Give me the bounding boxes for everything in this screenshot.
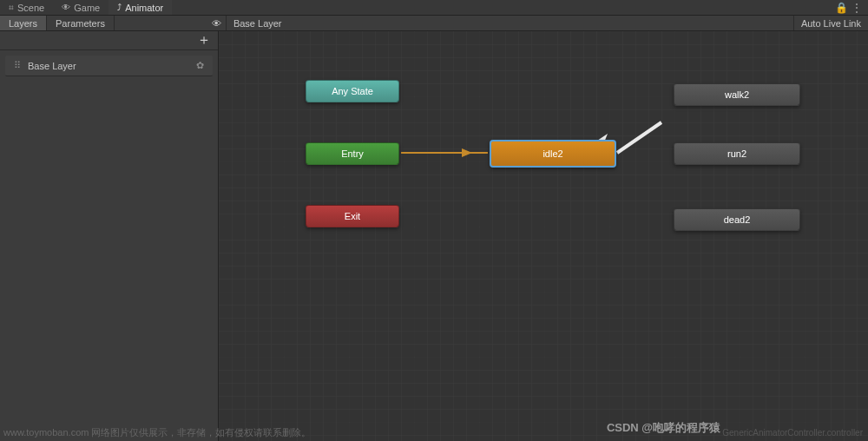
node-entry[interactable]: Entry [306,142,399,165]
parameters-tab[interactable]: Parameters [47,16,115,30]
node-walk2[interactable]: walk2 [674,83,800,106]
toolbar: Layers Parameters 👁 Base Layer Auto Live… [0,16,868,31]
svg-marker-1 [462,148,472,157]
animator-canvas[interactable]: Any State Entry Exit idle2 walk2 run2 de… [219,31,868,441]
node-idle2[interactable]: idle2 [490,140,616,168]
layer-row[interactable]: ⠿ Base Layer ✿ [5,56,213,76]
tab-label: Animator [125,3,163,13]
game-icon: 👁 [62,3,70,12]
sidebar: ＋ ⠿ Base Layer ✿ [0,31,219,441]
tab-label: Scene [17,3,44,13]
add-layer-button[interactable]: ＋ [197,31,211,49]
tab-bar: ⌗Scene 👁Game ⤴Animator 🔒 ⋮ [0,0,868,16]
asset-path: GenericAnimatorController.controller [722,428,863,438]
animator-icon: ⤴ [117,3,122,12]
watermark-csdn: CSDN @咆哮的程序猿 [607,420,720,436]
node-exit[interactable]: Exit [306,205,399,227]
tab-scene[interactable]: ⌗Scene [0,0,53,15]
menu-icon[interactable]: ⋮ [851,2,863,14]
lock-icon[interactable]: 🔒 [835,2,847,14]
tab-game[interactable]: 👁Game [53,0,108,15]
node-any-state[interactable]: Any State [306,80,399,102]
watermark-source: www.toymoban.com 网络图片仅供展示，非存储，如有侵权请联系删除。 [3,426,311,439]
svg-line-2 [617,122,661,153]
node-dead2[interactable]: dead2 [674,208,800,231]
sidebar-header: ＋ [0,31,218,50]
layer-name: Base Layer [28,61,76,71]
gear-icon[interactable]: ✿ [196,60,204,71]
node-run2[interactable]: run2 [674,142,800,165]
breadcrumb[interactable]: Base Layer [226,16,793,30]
layers-tab[interactable]: Layers [0,16,47,30]
visibility-icon[interactable]: 👁 [208,16,226,30]
scene-icon: ⌗ [9,3,14,13]
tab-label: Game [74,3,100,13]
drag-handle-icon[interactable]: ⠿ [14,60,23,71]
auto-live-link[interactable]: Auto Live Link [793,16,868,30]
tab-animator[interactable]: ⤴Animator [108,0,172,15]
